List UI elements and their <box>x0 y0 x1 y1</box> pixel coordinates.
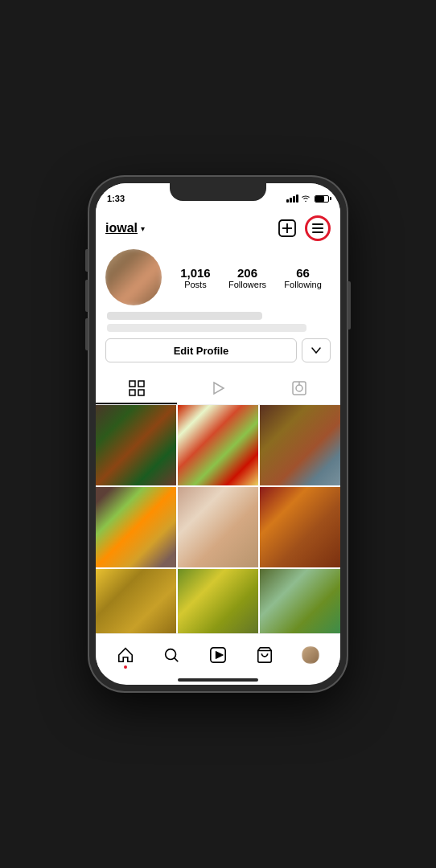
grid-item-1[interactable] <box>96 405 176 485</box>
grid-item-7[interactable] <box>96 569 176 633</box>
following-stat[interactable]: 66 Following <box>284 266 321 289</box>
grid-item-9[interactable] <box>260 569 340 633</box>
bio-line-2 <box>107 324 306 332</box>
bio-line-1 <box>107 312 262 320</box>
tag-icon <box>291 380 307 396</box>
followers-label: Followers <box>228 280 266 289</box>
app-content: iowal ▾ <box>96 209 340 633</box>
nav-reels[interactable] <box>195 634 241 675</box>
content-tabs <box>96 374 340 405</box>
status-time: 1:33 <box>107 194 125 203</box>
grid-item-8[interactable] <box>178 569 258 633</box>
svg-rect-5 <box>130 390 135 395</box>
phone-screen: 1:33 <box>96 183 340 685</box>
photo-grid <box>96 405 340 633</box>
hamburger-icon <box>312 223 323 233</box>
home-icon <box>117 646 134 664</box>
edit-profile-row: Edit Profile <box>105 338 331 362</box>
followers-stat[interactable]: 206 Followers <box>228 266 266 289</box>
header-icons <box>276 215 331 241</box>
wifi-icon <box>301 194 311 203</box>
ig-header: iowal ▾ <box>96 209 340 244</box>
power-button <box>348 281 351 330</box>
following-count: 66 <box>296 266 310 280</box>
nav-avatar <box>302 646 319 664</box>
svg-marker-7 <box>214 383 224 394</box>
tab-reels[interactable] <box>177 374 258 404</box>
status-icons <box>286 194 329 203</box>
nav-shop[interactable] <box>241 634 288 675</box>
profile-row: 1,016 Posts 206 Followers 66 Following <box>105 249 331 305</box>
signal-icon <box>286 194 298 203</box>
volume-down-button <box>85 318 88 350</box>
avatar[interactable] <box>105 249 162 305</box>
nav-search[interactable] <box>149 634 195 675</box>
tab-grid[interactable] <box>96 374 177 404</box>
svg-rect-6 <box>138 390 144 395</box>
svg-marker-14 <box>216 651 223 658</box>
posts-stat[interactable]: 1,016 Posts <box>180 266 211 289</box>
home-indicator <box>178 678 258 682</box>
grid-item-3[interactable] <box>260 405 340 485</box>
followers-count: 206 <box>237 266 257 280</box>
mute-button <box>85 249 88 272</box>
grid-item-6[interactable] <box>260 487 340 567</box>
grid-icon <box>129 380 145 396</box>
posts-count: 1,016 <box>180 266 211 280</box>
svg-line-12 <box>175 657 179 661</box>
svg-point-9 <box>296 385 302 391</box>
svg-point-11 <box>166 649 176 659</box>
username-row: iowal ▾ <box>105 221 145 235</box>
search-icon <box>162 646 180 664</box>
nav-profile[interactable] <box>287 634 334 675</box>
following-label: Following <box>284 280 321 289</box>
profile-options-button[interactable] <box>302 338 331 362</box>
profile-section: 1,016 Posts 206 Followers 66 Following <box>96 244 340 369</box>
phone-frame: 1:33 <box>89 177 347 691</box>
bottom-nav <box>96 633 340 675</box>
volume-up-button <box>85 280 88 312</box>
bio-area <box>105 312 331 332</box>
shop-icon <box>256 646 274 664</box>
notch <box>170 183 266 201</box>
svg-rect-3 <box>130 381 135 387</box>
play-icon <box>210 380 226 396</box>
username-dropdown-icon[interactable]: ▾ <box>141 224 145 233</box>
nav-home[interactable] <box>102 634 149 675</box>
tab-tagged[interactable] <box>259 374 340 404</box>
grid-item-2[interactable] <box>178 405 258 485</box>
add-post-button[interactable] <box>276 217 298 240</box>
svg-rect-4 <box>138 381 144 387</box>
battery-icon <box>315 195 329 203</box>
username-text[interactable]: iowal <box>105 221 138 235</box>
grid-item-4[interactable] <box>96 487 176 567</box>
menu-button[interactable] <box>305 215 331 241</box>
grid-item-5[interactable] <box>178 487 258 567</box>
stats-row: 1,016 Posts 206 Followers 66 Following <box>171 266 331 289</box>
reels-icon <box>209 646 227 664</box>
edit-profile-button[interactable]: Edit Profile <box>105 338 297 362</box>
home-indicator-dot <box>124 665 127 669</box>
posts-label: Posts <box>184 280 207 289</box>
